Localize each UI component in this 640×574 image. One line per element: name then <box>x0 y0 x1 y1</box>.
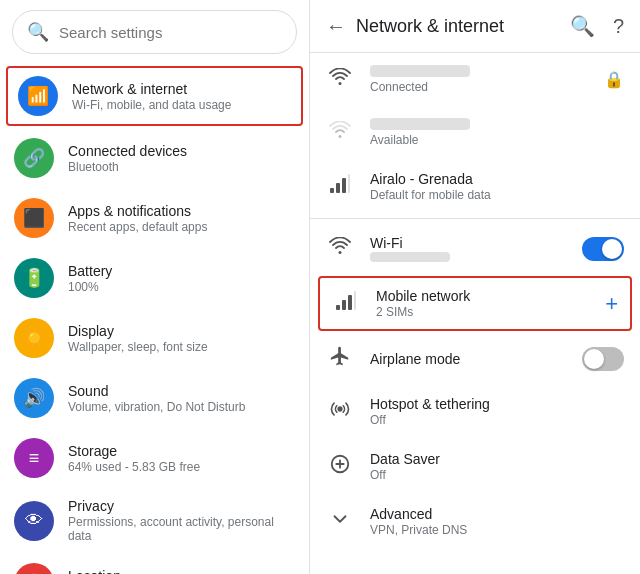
sidebar-item-privacy[interactable]: 👁PrivacyPermissions, account activity, p… <box>0 488 309 553</box>
mobile-icon <box>332 291 360 316</box>
apps-title: Apps & notifications <box>68 203 207 219</box>
sidebar-item-location[interactable]: 📍LocationOn - 3 apps have access to loca… <box>0 553 309 574</box>
left-list: 📶Network & internetWi-Fi, mobile, and da… <box>0 64 309 574</box>
hotspot-icon <box>326 398 354 425</box>
connected-subtitle: Bluetooth <box>68 160 187 174</box>
right-item-airalo[interactable]: Airalo - GrenadaDefault for mobile data <box>310 159 640 214</box>
wifi2-icon <box>326 121 354 144</box>
svg-rect-0 <box>330 188 334 193</box>
svg-rect-5 <box>342 300 346 310</box>
location-title: Location <box>68 568 259 575</box>
airplane-toggle[interactable] <box>582 347 624 371</box>
lock-icon: 🔒 <box>604 70 624 89</box>
left-panel: 🔍 📶Network & internetWi-Fi, mobile, and … <box>0 0 310 574</box>
battery-title: Battery <box>68 263 112 279</box>
sound-subtitle: Volume, vibration, Do Not Disturb <box>68 400 245 414</box>
wifi-toggle[interactable] <box>582 237 624 261</box>
airalo-subtitle: Default for mobile data <box>370 188 624 202</box>
advanced-subtitle: VPN, Private DNS <box>370 523 624 537</box>
wifi-main-title: Wi-Fi <box>370 235 566 251</box>
storage-icon: ≡ <box>14 438 54 478</box>
connected-title: Connected devices <box>68 143 187 159</box>
sound-title: Sound <box>68 383 245 399</box>
location-icon: 📍 <box>14 563 54 574</box>
sound-icon: 🔊 <box>14 378 54 418</box>
datasaver-title: Data Saver <box>370 451 624 467</box>
right-header: ← Network & internet 🔍 ? <box>310 0 640 53</box>
right-item-hotspot[interactable]: Hotspot & tetheringOff <box>310 384 640 439</box>
wifi-main-subtitle <box>370 252 450 262</box>
page-title: Network & internet <box>356 16 552 37</box>
back-button[interactable]: ← <box>326 15 346 38</box>
mobile-subtitle: 2 SIMs <box>376 305 589 319</box>
airplane-icon <box>326 345 354 372</box>
privacy-title: Privacy <box>68 498 295 514</box>
sidebar-item-storage[interactable]: ≡Storage64% used - 5.83 GB free <box>0 428 309 488</box>
right-panel: ← Network & internet 🔍 ? Connected🔒 Avai… <box>310 0 640 574</box>
search-bar[interactable]: 🔍 <box>12 10 297 54</box>
right-item-wifi2[interactable]: Available <box>310 106 640 159</box>
svg-rect-3 <box>348 174 350 193</box>
network-subtitle: Wi-Fi, mobile, and data usage <box>72 98 231 112</box>
svg-rect-6 <box>348 295 352 310</box>
right-item-advanced[interactable]: AdvancedVPN, Private DNS <box>310 494 640 549</box>
display-icon: ☀️ <box>14 318 54 358</box>
storage-title: Storage <box>68 443 200 459</box>
connected-icon: 🔗 <box>14 138 54 178</box>
wifi2-title <box>370 118 470 130</box>
help-icon[interactable]: ? <box>613 15 624 38</box>
wifi1-icon <box>326 68 354 91</box>
airplane-title: Airplane mode <box>370 351 566 367</box>
wifi1-subtitle: Connected <box>370 80 588 94</box>
sidebar-item-connected[interactable]: 🔗Connected devicesBluetooth <box>0 128 309 188</box>
mobile-title: Mobile network <box>376 288 589 304</box>
right-item-wifi-main[interactable]: Wi-Fi <box>310 223 640 274</box>
advanced-icon <box>326 508 354 535</box>
right-item-wifi1[interactable]: Connected🔒 <box>310 53 640 106</box>
battery-icon: 🔋 <box>14 258 54 298</box>
add-sim-button[interactable]: + <box>605 291 618 317</box>
hotspot-subtitle: Off <box>370 413 624 427</box>
sidebar-item-apps[interactable]: ⬛Apps & notificationsRecent apps, defaul… <box>0 188 309 248</box>
privacy-icon: 👁 <box>14 501 54 541</box>
sidebar-item-battery[interactable]: 🔋Battery100% <box>0 248 309 308</box>
hotspot-title: Hotspot & tethering <box>370 396 624 412</box>
svg-rect-7 <box>354 291 356 310</box>
svg-rect-4 <box>336 305 340 310</box>
datasaver-icon <box>326 453 354 480</box>
network-title: Network & internet <box>72 81 231 97</box>
advanced-title: Advanced <box>370 506 624 522</box>
svg-rect-1 <box>336 183 340 193</box>
network-icon: 📶 <box>18 76 58 116</box>
right-item-mobile[interactable]: Mobile network2 SIMs+ <box>318 276 632 331</box>
privacy-subtitle: Permissions, account activity, personal … <box>68 515 295 543</box>
apps-subtitle: Recent apps, default apps <box>68 220 207 234</box>
search-input[interactable] <box>59 24 282 41</box>
right-item-datasaver[interactable]: Data SaverOff <box>310 439 640 494</box>
search-header-icon[interactable]: 🔍 <box>570 14 595 38</box>
svg-rect-2 <box>342 178 346 193</box>
battery-subtitle: 100% <box>68 280 112 294</box>
storage-subtitle: 64% used - 5.83 GB free <box>68 460 200 474</box>
wifi1-title <box>370 65 470 77</box>
right-item-airplane[interactable]: Airplane mode <box>310 333 640 384</box>
sidebar-item-display[interactable]: ☀️DisplayWallpaper, sleep, font size <box>0 308 309 368</box>
display-subtitle: Wallpaper, sleep, font size <box>68 340 208 354</box>
list-divider <box>310 218 640 219</box>
datasaver-subtitle: Off <box>370 468 624 482</box>
airalo-icon <box>326 174 354 199</box>
apps-icon: ⬛ <box>14 198 54 238</box>
sidebar-item-sound[interactable]: 🔊SoundVolume, vibration, Do Not Disturb <box>0 368 309 428</box>
airalo-title: Airalo - Grenada <box>370 171 624 187</box>
search-icon: 🔍 <box>27 21 49 43</box>
display-title: Display <box>68 323 208 339</box>
right-list: Connected🔒 Available Airalo - GrenadaDef… <box>310 53 640 574</box>
wifi-main-icon <box>326 237 354 260</box>
svg-point-8 <box>338 407 342 411</box>
wifi2-subtitle: Available <box>370 133 624 147</box>
sidebar-item-network[interactable]: 📶Network & internetWi-Fi, mobile, and da… <box>6 66 303 126</box>
